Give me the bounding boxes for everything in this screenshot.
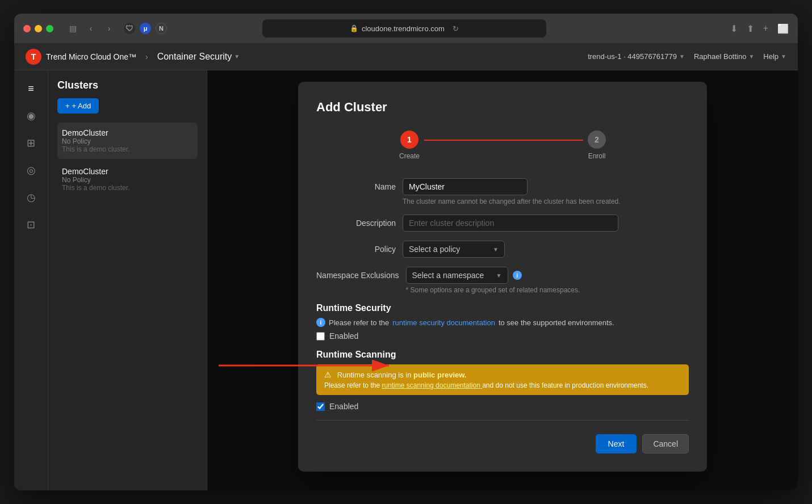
next-button[interactable]: Next <box>596 434 637 453</box>
ublock-ext-icon: μ <box>140 23 151 34</box>
sidebar-item-calendar[interactable]: ⊡ <box>20 213 43 236</box>
step-2: 2 Enroll <box>588 131 606 160</box>
cluster-policy-2: No Policy <box>62 176 193 184</box>
namespace-label: Namespace Exclusions <box>316 267 399 280</box>
browser-titlebar: ▤ ‹ › 🛡 μ N 🔒 cloudone.trendmicro.com ↻ … <box>14 14 798 43</box>
help-text: Help <box>763 52 778 61</box>
breadcrumb-separator: › <box>145 52 148 61</box>
namespace-select[interactable]: Select a namespace ▼ <box>406 267 508 284</box>
add-cluster-modal: Add Cluster 1 Create <box>298 82 707 472</box>
reload-icon[interactable]: ↻ <box>453 24 459 33</box>
policy-select-text: Select a policy <box>409 245 460 254</box>
cluster-desc-2: This is a demo cluster. <box>62 184 193 192</box>
runtime-security-enabled-label: Enabled <box>329 331 358 341</box>
policy-select[interactable]: Select a policy ▼ <box>403 241 505 258</box>
namespace-info-icon[interactable]: i <box>513 271 522 280</box>
app-title: Trend Micro Cloud One™ <box>46 52 136 61</box>
name-hint: The cluster name cannot be changed after… <box>403 198 621 205</box>
policy-label: Policy <box>316 241 396 254</box>
maximize-button[interactable] <box>46 25 53 32</box>
cluster-item-1[interactable]: DemoCluster No Policy This is a demo clu… <box>57 123 198 159</box>
trend-micro-logo: T <box>26 49 41 65</box>
public-preview-link[interactable]: public preview. <box>413 371 466 379</box>
help-dropdown-icon: ▼ <box>781 53 786 60</box>
nav-back-icon[interactable]: ‹ <box>83 20 99 36</box>
sidebar-item-clusters[interactable]: ≡ <box>20 77 43 100</box>
runtime-scanning-enabled-row: Enabled <box>316 402 689 411</box>
sidebar: ≡ ◉ ⊞ ◎ ◷ ⊡ <box>14 70 48 490</box>
step-line <box>424 140 583 141</box>
notion-ext-icon: N <box>156 23 167 34</box>
left-panel: Clusters + + Add DemoCluster No Policy T… <box>48 70 207 490</box>
help-menu[interactable]: Help ▼ <box>763 52 786 61</box>
browser-window: ▤ ‹ › 🛡 μ N 🔒 cloudone.trendmicro.com ↻ … <box>14 14 798 490</box>
description-input[interactable] <box>403 215 618 232</box>
close-button[interactable] <box>23 25 31 32</box>
browser-actions: ⬇ ⬆ + ⬜ <box>730 23 789 34</box>
user-text: Raphael Bottino <box>694 52 747 61</box>
add-cluster-button[interactable]: + + Add <box>57 98 99 114</box>
cluster-policy-1: No Policy <box>62 137 193 145</box>
new-tab-icon[interactable]: + <box>763 23 768 33</box>
modal-overlay: Add Cluster 1 Create <box>207 70 798 490</box>
sidebar-item-audit[interactable]: ◷ <box>20 186 43 209</box>
app-topbar: T Trend Micro Cloud One™ › Container Sec… <box>14 43 798 70</box>
step-1-label: Create <box>399 152 420 160</box>
traffic-lights <box>23 25 53 32</box>
sidebar-toggle-icon[interactable]: ▤ <box>65 20 81 36</box>
warning-text: ⚠ Runtime scanning is in public preview. <box>324 370 681 379</box>
sidebar-item-image[interactable]: ⊞ <box>20 132 43 154</box>
runtime-scanning-warning: ⚠ Runtime scanning is in public preview.… <box>316 364 689 395</box>
stepper: 1 Create 2 Enroll <box>316 131 689 160</box>
user-menu[interactable]: Raphael Bottino ▼ <box>694 52 754 61</box>
content-area: Add Cluster 1 Create <box>207 70 798 490</box>
warning-subtext: Please refer to the runtime scanning doc… <box>324 381 681 389</box>
modal-footer: Next Cancel <box>316 430 689 453</box>
description-field-row: Description <box>316 215 689 232</box>
runtime-security-docs-link[interactable]: runtime security documentation <box>392 318 495 327</box>
topbar-right: trend-us-1 · 449576761779 ▼ Raphael Bott… <box>588 52 786 61</box>
namespace-field-row: Namespace Exclusions Select a namespace … <box>316 267 689 294</box>
main-content: ≡ ◉ ⊞ ◎ ◷ ⊡ Clusters + + Add DemoCluster… <box>14 70 798 490</box>
product-name[interactable]: Container Security ▼ <box>157 52 240 62</box>
shield-ext-icon: 🛡 <box>124 23 135 34</box>
region-text: trend-us-1 · 449576761779 <box>588 52 677 61</box>
footer-divider <box>316 420 689 421</box>
cluster-desc-1: This is a demo cluster. <box>62 145 193 153</box>
panel-title: Clusters <box>57 79 198 91</box>
nav-forward-icon[interactable]: › <box>101 20 117 36</box>
lock-icon: 🔒 <box>350 24 358 32</box>
cluster-item-2[interactable]: DemoCluster No Policy This is a demo clu… <box>57 161 198 198</box>
minimize-button[interactable] <box>35 25 42 32</box>
runtime-security-heading: Runtime Security <box>316 303 689 313</box>
cluster-name-2: DemoCluster <box>62 167 193 176</box>
runtime-scanning-heading: Runtime Scanning <box>316 350 689 360</box>
policy-field-row: Policy Select a policy ▼ <box>316 241 689 258</box>
step-1: 1 Create <box>399 131 420 160</box>
name-label: Name <box>316 178 396 191</box>
add-icon: + <box>65 102 70 110</box>
runtime-scanning-docs-link[interactable]: runtime scanning documentation <box>382 381 482 389</box>
name-input[interactable] <box>403 178 528 195</box>
share-icon[interactable]: ⬆ <box>747 23 754 34</box>
runtime-security-checkbox[interactable] <box>316 332 325 341</box>
extension-icons: 🛡 μ N <box>124 23 167 34</box>
runtime-security-info: i Please refer to the runtime security d… <box>316 318 689 327</box>
cancel-button[interactable]: Cancel <box>642 434 689 453</box>
url-text: cloudone.trendmicro.com <box>362 24 445 33</box>
region-selector[interactable]: trend-us-1 · 449576761779 ▼ <box>588 52 685 61</box>
runtime-security-enabled-row: Enabled <box>316 331 689 341</box>
namespace-row: Select a namespace ▼ i <box>406 267 580 284</box>
sidebar-item-policy[interactable]: ◎ <box>20 159 43 182</box>
policy-chevron-icon: ▼ <box>493 246 499 253</box>
modal-title: Add Cluster <box>316 100 689 115</box>
tab-overview-icon[interactable]: ⬜ <box>777 23 789 34</box>
namespace-hint: * Some options are a grouped set of rela… <box>406 286 580 294</box>
sidebar-item-shield[interactable]: ◉ <box>20 104 43 127</box>
app-logo: T Trend Micro Cloud One™ › Container Sec… <box>26 49 240 65</box>
runtime-scanning-checkbox[interactable] <box>316 402 325 411</box>
download-icon[interactable]: ⬇ <box>730 23 738 34</box>
address-bar[interactable]: 🔒 cloudone.trendmicro.com ↻ <box>262 19 546 37</box>
runtime-security-info-prefix: Please refer to the <box>329 318 389 327</box>
region-dropdown-icon: ▼ <box>679 53 685 60</box>
